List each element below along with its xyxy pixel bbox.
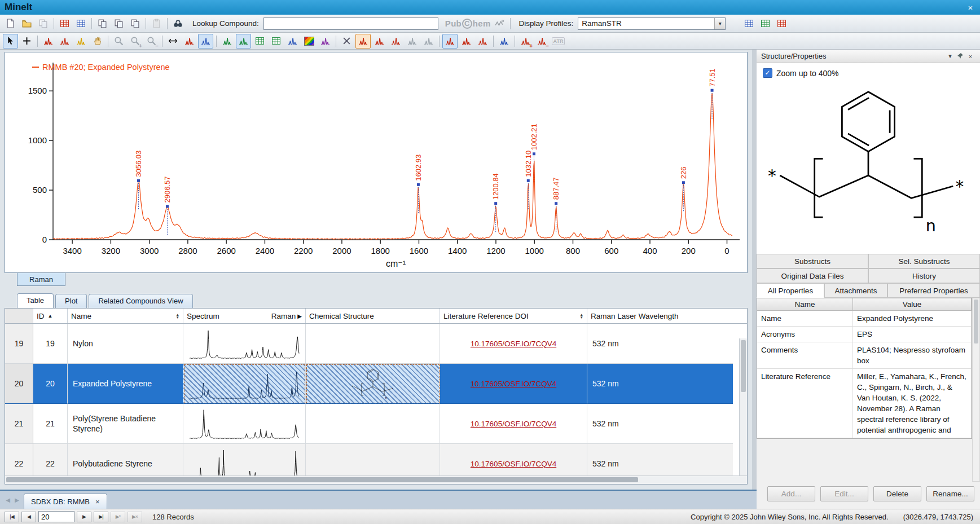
doi-link[interactable]: 10.17605/OSF.IO/7CQV4: [471, 460, 556, 468]
atr-correction-button[interactable]: ATR: [551, 34, 566, 49]
tab-all-properties[interactable]: All Properties: [757, 283, 824, 298]
search-binoculars-button[interactable]: [170, 16, 186, 31]
cell-name[interactable]: Nylon: [68, 324, 183, 364]
cell-structure[interactable]: [306, 324, 440, 364]
column-header-doi[interactable]: Literature Reference DOI▲▼: [440, 309, 587, 323]
zoom-checkbox[interactable]: ✓: [763, 68, 772, 78]
doi-link[interactable]: 10.17605/OSF.IO/7CQV4: [471, 380, 556, 388]
cell-wavelength[interactable]: 532 nm: [587, 364, 733, 404]
tab-scroll-left-button[interactable]: ◀: [3, 495, 12, 504]
next-record-button[interactable]: ▶: [77, 512, 91, 522]
record-number-input[interactable]: [38, 511, 74, 522]
grid-lines-button[interactable]: [252, 34, 267, 49]
table-vertical-scrollbar[interactable]: [739, 338, 747, 477]
cell-doi[interactable]: 10.17605/OSF.IO/7CQV4: [440, 364, 587, 404]
column-header-name[interactable]: Name▲▼: [68, 309, 183, 323]
lookup-compound-input[interactable]: [263, 17, 438, 30]
cell-doi[interactable]: 10.17605/OSF.IO/7CQV4: [440, 444, 587, 477]
spectrum-chart-panel[interactable]: 0500100015003400320030002800260024002200…: [5, 52, 748, 273]
cell-id[interactable]: 21: [33, 404, 68, 444]
cell-name[interactable]: Expanded Polystyrene: [68, 364, 183, 404]
overlay-colors-button[interactable]: [318, 34, 333, 49]
original-data-files-button[interactable]: Original Data Files: [757, 268, 868, 283]
cell-id[interactable]: 19: [33, 324, 68, 364]
property-row[interactable]: Acronyms EPS: [757, 327, 972, 342]
stacked-spectra-button[interactable]: [285, 34, 300, 49]
baseline-correction-button[interactable]: [496, 34, 512, 49]
tab-related-compounds[interactable]: Related Compounds View: [89, 294, 192, 308]
tab-raman[interactable]: Raman: [17, 273, 65, 286]
table-view-button[interactable]: [741, 16, 757, 31]
peak-picking-button[interactable]: [41, 34, 56, 49]
expand-right-icon[interactable]: ▶: [297, 313, 302, 319]
column-header-structure[interactable]: Chemical Structure: [306, 309, 440, 323]
cell-spectrum[interactable]: [183, 324, 306, 364]
tab-plot[interactable]: Plot: [55, 294, 87, 308]
lasso-select-button[interactable]: [73, 34, 89, 49]
edit-button[interactable]: Edit...: [820, 486, 868, 501]
zoom-in-button[interactable]: +: [128, 34, 143, 49]
delete-button[interactable]: Delete: [873, 486, 921, 501]
table-row[interactable]: 21 21 Poly(Styrene Butadiene Styrene) 10…: [5, 404, 733, 444]
table-horizontal-scrollbar[interactable]: [5, 475, 747, 484]
properties-scrollbar[interactable]: [972, 298, 980, 482]
peak-table-button[interactable]: [57, 34, 72, 49]
property-row[interactable]: Name Expanded Polystyrene: [757, 311, 972, 327]
panel-splitter[interactable]: [752, 50, 757, 509]
clear-peak-labels-button[interactable]: [475, 34, 490, 49]
cell-wavelength[interactable]: 532 nm: [587, 404, 733, 444]
cell-name[interactable]: Poly(Styrene Butadiene Styrene): [68, 404, 183, 444]
cell-wavelength[interactable]: 532 nm: [587, 324, 733, 364]
column-header-id[interactable]: ID▲: [33, 309, 68, 323]
zoom-out-button[interactable]: −: [144, 34, 159, 49]
label-all-peaks-button[interactable]: [459, 34, 474, 49]
row-header[interactable]: 22: [5, 444, 33, 477]
property-value[interactable]: Miller, E., Yamahara, K., French, C., Sp…: [853, 369, 972, 438]
display-profiles-dropdown[interactable]: RamanSTR ▾: [578, 17, 726, 30]
tab-close-icon[interactable]: ×: [95, 497, 100, 506]
column-header-spectrum[interactable]: SpectrumRaman▶: [183, 309, 306, 323]
property-value[interactable]: EPS: [853, 327, 972, 342]
display-grid-button[interactable]: [236, 34, 251, 49]
panel-close-button[interactable]: ×: [965, 53, 975, 60]
cell-structure[interactable]: [306, 364, 440, 404]
cell-spectrum[interactable]: [183, 444, 306, 477]
copy-special-button[interactable]: [128, 16, 143, 31]
tab-scroll-right-button[interactable]: ▶: [12, 495, 21, 504]
sort-ascending-icon[interactable]: ▲: [48, 313, 53, 319]
property-row[interactable]: Comments PLAS104; Nespresso styrofoam bo…: [757, 342, 972, 369]
tab-preferred-properties[interactable]: Preferred Properties: [887, 283, 980, 298]
select-cursor-button[interactable]: [3, 34, 18, 49]
table-row-selected[interactable]: 20 20 Expanded Polystyrene 10.17605/OSF.…: [5, 364, 733, 404]
tab-database[interactable]: SDBX DB: RMMB ×: [24, 494, 107, 509]
scrollbar-thumb[interactable]: [974, 300, 978, 344]
sort-toggle-icon[interactable]: ▲▼: [580, 313, 583, 319]
rename-button[interactable]: Rename...: [926, 486, 974, 501]
cell-structure[interactable]: [306, 404, 440, 444]
cell-wavelength[interactable]: 532 nm: [587, 444, 733, 477]
table-color-view-button[interactable]: [774, 16, 789, 31]
cell-spectrum[interactable]: [183, 364, 306, 404]
add-button[interactable]: Add...: [767, 486, 815, 501]
history-button[interactable]: History: [868, 268, 980, 283]
add-peak-button[interactable]: +: [518, 34, 533, 49]
cell-doi[interactable]: 10.17605/OSF.IO/7CQV4: [440, 404, 587, 444]
row-header[interactable]: 20: [5, 364, 33, 404]
sel-substructs-button[interactable]: Sel. Substructs: [868, 254, 980, 268]
copy-with-header-button[interactable]: [111, 16, 126, 31]
delete-region-button[interactable]: [339, 34, 354, 49]
tab-attachments[interactable]: Attachments: [824, 283, 887, 298]
first-record-button[interactable]: |◀: [5, 512, 19, 522]
full-scale-button[interactable]: [165, 34, 181, 49]
paste-button[interactable]: [149, 16, 164, 31]
remove-peak-button[interactable]: −: [534, 34, 550, 49]
scrollbar-thumb[interactable]: [741, 340, 746, 392]
peak-markers-button[interactable]: [182, 34, 197, 49]
doi-link[interactable]: 10.17605/OSF.IO/7CQV4: [471, 340, 556, 348]
panel-pin-button[interactable]: [955, 52, 965, 60]
crosshair-button[interactable]: [19, 34, 34, 49]
panel-dropdown-button[interactable]: ▾: [945, 52, 955, 60]
import-button[interactable]: [36, 16, 51, 31]
table-structure-view-button[interactable]: [758, 16, 773, 31]
table-row[interactable]: 22 22 Polybutadiene Styrene 10.17605/OSF…: [5, 444, 733, 477]
